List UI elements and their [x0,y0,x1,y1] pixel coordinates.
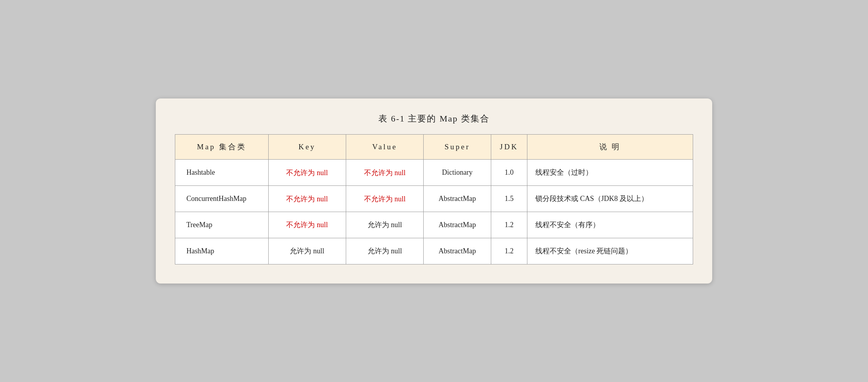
cell-super: AbstractMap [424,238,491,264]
page-container: 表 6-1 主要的 Map 类集合 Map 集合类 Key Value Supe… [156,98,712,283]
header-value: Value [346,135,423,160]
cell-value: 允许为 null [346,238,423,264]
header-class: Map 集合类 [175,135,269,160]
table-title: 表 6-1 主要的 Map 类集合 [175,113,693,125]
table-row: Hashtable不允许为 null不允许为 nullDictionary1.0… [175,160,693,186]
cell-class: TreeMap [175,212,269,238]
cell-class: HashMap [175,238,269,264]
cell-super: Dictionary [424,160,491,186]
cell-jdk: 1.5 [491,186,527,212]
cell-value: 允许为 null [346,212,423,238]
table-header-row: Map 集合类 Key Value Super JDK 说 明 [175,135,693,160]
cell-value: 不允许为 null [346,186,423,212]
cell-super: AbstractMap [424,186,491,212]
main-table: Map 集合类 Key Value Super JDK 说 明 Hashtabl… [175,134,693,264]
cell-key: 不允许为 null [268,186,346,212]
cell-key: 不允许为 null [268,160,346,186]
cell-super: AbstractMap [424,212,491,238]
cell-value: 不允许为 null [346,160,423,186]
cell-key: 不允许为 null [268,212,346,238]
cell-desc: 锁分段技术或 CAS（JDK8 及以上） [527,186,693,212]
header-jdk: JDK [491,135,527,160]
cell-class: ConcurrentHashMap [175,186,269,212]
table-row: HashMap允许为 null允许为 nullAbstractMap1.2线程不… [175,238,693,264]
cell-jdk: 1.0 [491,160,527,186]
header-super: Super [424,135,491,160]
cell-desc: 线程不安全（有序） [527,212,693,238]
table-row: ConcurrentHashMap不允许为 null不允许为 nullAbstr… [175,186,693,212]
cell-key: 允许为 null [268,238,346,264]
header-desc: 说 明 [527,135,693,160]
cell-desc: 线程不安全（resize 死链问题） [527,238,693,264]
cell-jdk: 1.2 [491,238,527,264]
cell-jdk: 1.2 [491,212,527,238]
cell-class: Hashtable [175,160,269,186]
table-row: TreeMap不允许为 null允许为 nullAbstractMap1.2线程… [175,212,693,238]
header-key: Key [268,135,346,160]
cell-desc: 线程安全（过时） [527,160,693,186]
